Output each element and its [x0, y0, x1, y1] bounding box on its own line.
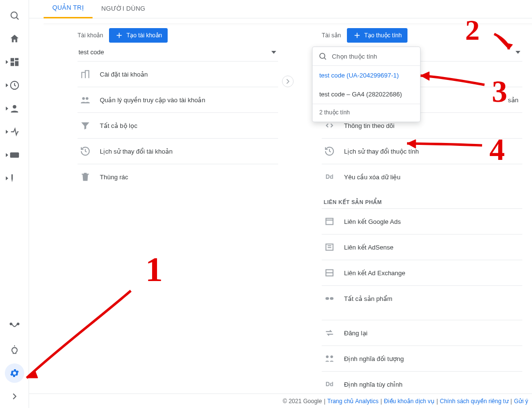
exchange-icon	[324, 267, 335, 279]
svg-point-14	[82, 97, 85, 100]
dd-icon: Dd	[324, 171, 335, 183]
svg-point-7	[13, 105, 16, 109]
svg-rect-21	[326, 219, 333, 225]
footer-feedback-link[interactable]: Gửi ý	[514, 398, 528, 405]
svg-point-10	[17, 323, 19, 325]
account-trash-label: Thùng rác	[100, 173, 128, 181]
tracking-info-label: Thông tin theo dõi	[344, 122, 394, 129]
svg-rect-2	[10, 58, 14, 62]
attribution-icon[interactable]	[5, 317, 24, 336]
collapse-icon[interactable]	[5, 387, 24, 406]
account-heading: Tài khoản	[78, 32, 103, 39]
svg-point-9	[10, 323, 12, 325]
left-rail	[0, 0, 29, 408]
footer-privacy-link[interactable]: Chính sách quyền riêng tư	[440, 398, 509, 405]
account-history[interactable]: Lịch sử thay đổi tài khoản	[78, 138, 278, 164]
svg-point-32	[320, 53, 325, 59]
postback-label: Đăng lại	[344, 330, 367, 337]
property-search[interactable]: Chọn thuộc tính	[313, 47, 420, 66]
behavior-icon[interactable]	[5, 145, 24, 165]
link-google-ads-label: Liên kết Google Ads	[344, 218, 401, 225]
conversions-icon[interactable]	[5, 169, 24, 188]
postback[interactable]: Đăng lại	[322, 320, 522, 345]
account-settings-label: Cài đặt tài khoản	[100, 71, 148, 78]
link-google-ads[interactable]: Liên kết Google Ads	[322, 208, 522, 234]
svg-line-33	[324, 58, 326, 59]
property-search-placeholder: Chọn thuộc tính	[332, 53, 377, 60]
svg-point-30	[326, 356, 329, 359]
account-selector[interactable]: test code	[78, 46, 278, 61]
property-history[interactable]: Lịch sử thay đổi thuộc tính	[322, 138, 522, 164]
history-icon	[79, 145, 91, 157]
property-option-ua[interactable]: test code (UA-204299697-1)	[313, 66, 420, 85]
plus-icon	[353, 31, 361, 40]
search-icon	[318, 52, 327, 61]
property-hidden-item-2-tail: sản	[508, 96, 518, 104]
audience-icon[interactable]	[5, 99, 24, 118]
account-filters-label: Tất cả bộ lọc	[100, 122, 138, 129]
footer-terms-link[interactable]: Điều khoản dịch vụ	[384, 398, 434, 405]
move-property-icon[interactable]	[282, 76, 294, 87]
account-access-label: Quản lý quyền truy cập vào tài khoản	[100, 96, 205, 104]
data-delete-request[interactable]: Dd Yêu cầu xóa dữ liệu	[322, 164, 522, 189]
audience-def-label: Định nghĩa đối tượng	[344, 355, 404, 362]
admin-gear-icon[interactable]	[5, 363, 24, 383]
account-selected-value: test code	[78, 48, 104, 56]
svg-rect-3	[15, 58, 18, 61]
account-access[interactable]: Quản lý quyền truy cập vào tài khoản	[78, 87, 278, 112]
property-dropdown-footer: 2 thuộc tính	[313, 104, 420, 122]
link-ad-exchange-label: Liên kết Ad Exchange	[344, 269, 406, 277]
account-filters[interactable]: Tất cả bộ lọc	[78, 112, 278, 138]
account-trash[interactable]: Thùng rác	[78, 164, 278, 189]
svg-point-0	[11, 12, 17, 18]
svg-point-31	[330, 356, 333, 359]
svg-rect-4	[15, 61, 18, 66]
building-icon	[79, 68, 91, 80]
adsense-icon	[324, 241, 335, 253]
plus-icon	[115, 31, 124, 40]
realtime-icon[interactable]	[5, 76, 24, 95]
history-icon	[324, 145, 335, 157]
create-property-button[interactable]: Tạo thuộc tính	[347, 28, 407, 43]
ads-icon	[324, 216, 335, 227]
dd-icon: Dd	[324, 378, 335, 390]
property-history-label: Lịch sử thay đổi thuộc tính	[344, 148, 419, 155]
account-history-label: Lịch sử thay đổi tài khoản	[100, 148, 172, 155]
filter-icon	[79, 120, 91, 131]
create-account-button[interactable]: Tạo tài khoản	[109, 28, 168, 43]
link-adsense[interactable]: Liên kết AdSense	[322, 234, 522, 260]
page-footer: © 2021 Google | Trang chủ Analytics | Đi…	[29, 393, 532, 408]
home-icon[interactable]	[5, 29, 24, 48]
admin-main: Tài khoản Tạo tài khoản test code Cài đặ…	[44, 23, 532, 393]
svg-rect-5	[10, 63, 14, 66]
postback-icon	[324, 327, 335, 339]
acquisition-icon[interactable]	[5, 122, 24, 141]
account-settings[interactable]: Cài đặt tài khoản	[78, 61, 278, 87]
create-property-label: Tạo thuộc tính	[364, 32, 402, 39]
create-account-label: Tạo tài khoản	[126, 32, 162, 39]
chevron-down-icon	[271, 51, 276, 54]
all-products[interactable]: Tất cả sản phẩm	[322, 285, 522, 311]
product-link-heading: LIÊN KẾT SẢN PHẨM	[322, 189, 522, 208]
admin-tabs: QUẢN TRỊ NGƯỜI DÙNG	[29, 0, 532, 18]
search-icon[interactable]	[5, 6, 24, 25]
custom-definition[interactable]: Dd Định nghĩa tùy chỉnh	[322, 371, 522, 393]
property-dropdown: Chọn thuộc tính test code (UA-204299697-…	[312, 47, 421, 122]
tab-user[interactable]: NGƯỜI DÙNG	[93, 0, 154, 18]
audience-definition[interactable]: Định nghĩa đối tượng	[322, 345, 522, 371]
chevron-down-icon	[516, 51, 520, 54]
all-products-label: Tất cả sản phẩm	[344, 295, 392, 302]
tab-admin[interactable]: QUẢN TRỊ	[44, 0, 93, 18]
link-adsense-label: Liên kết AdSense	[344, 244, 393, 251]
trash-icon	[79, 171, 91, 183]
svg-rect-28	[326, 297, 329, 300]
dashboard-icon[interactable]	[5, 52, 24, 72]
svg-rect-8	[10, 153, 18, 158]
svg-rect-29	[330, 297, 333, 300]
property-option-ga4[interactable]: test code – GA4 (282022686)	[313, 85, 420, 104]
account-column: Tài khoản Tạo tài khoản test code Cài đặ…	[44, 23, 288, 393]
discover-icon[interactable]	[5, 340, 24, 360]
data-delete-label: Yêu cầu xóa dữ liệu	[344, 173, 401, 181]
link-ad-exchange[interactable]: Liên kết Ad Exchange	[322, 260, 522, 285]
footer-home-link[interactable]: Trang chủ Analytics	[328, 398, 379, 405]
